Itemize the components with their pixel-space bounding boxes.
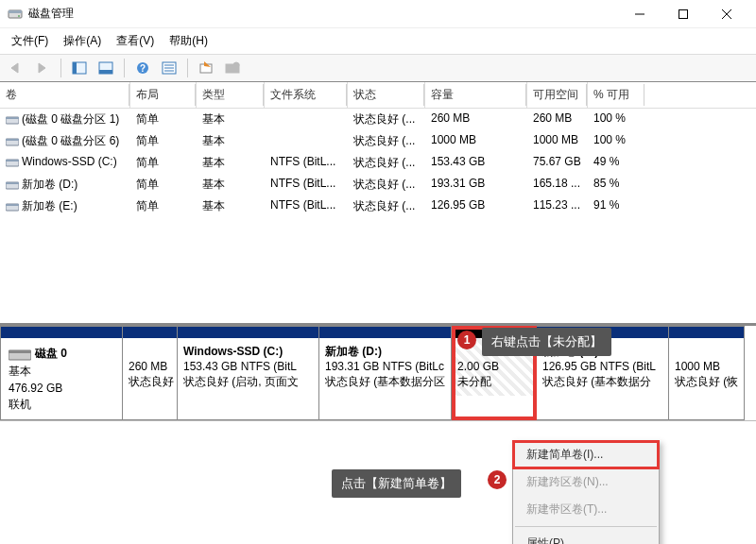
- col-filesystem[interactable]: 文件系统: [265, 82, 348, 108]
- row-volume: (磁盘 0 磁盘分区 6): [22, 134, 119, 147]
- row-layout: 简单: [130, 110, 197, 129]
- svg-point-2: [18, 15, 20, 17]
- col-free[interactable]: 可用空间: [527, 82, 588, 108]
- row-capacity: 1000 MB: [425, 131, 527, 151]
- partition[interactable]: 260 MB状态良好: [123, 326, 178, 420]
- back-button[interactable]: [6, 58, 26, 78]
- row-type: 基本: [197, 196, 265, 216]
- row-percent: 91 %: [588, 196, 644, 216]
- partition-size: 1000 MB: [675, 360, 720, 373]
- row-type: 基本: [197, 131, 265, 151]
- svg-rect-31: [9, 350, 31, 353]
- row-volume: (磁盘 0 磁盘分区 1): [22, 112, 119, 126]
- row-free: 115.23 ...: [527, 196, 588, 216]
- minimize-button[interactable]: [618, 0, 662, 28]
- row-free: 1000 MB: [527, 131, 588, 151]
- partition-status: 状态良好 (基本数据分区: [325, 375, 445, 388]
- row-capacity: 126.95 GB: [425, 196, 527, 216]
- svg-rect-29: [6, 204, 19, 206]
- svg-rect-23: [6, 139, 19, 141]
- menu-new-striped-volume: 新建带区卷(T)...: [513, 496, 659, 523]
- col-layout[interactable]: 布局: [130, 82, 197, 108]
- partition[interactable]: 1000 MB状态良好 (恢: [669, 326, 745, 420]
- action-icon[interactable]: [222, 58, 243, 78]
- svg-rect-1: [9, 10, 22, 13]
- partition-status: 未分配: [457, 375, 491, 388]
- partition-status: 状态良好 (基本数据分: [542, 375, 651, 388]
- toolbar-separator: [124, 59, 125, 77]
- row-fs: NTFS (BitL...: [265, 196, 348, 216]
- volume-icon: [6, 137, 19, 146]
- view-icon-2[interactable]: [95, 58, 116, 78]
- menu-view[interactable]: 查看(V): [111, 30, 160, 52]
- menu-file[interactable]: 文件(F): [6, 30, 54, 52]
- svg-rect-27: [6, 182, 19, 184]
- col-capacity[interactable]: 容量: [425, 82, 527, 108]
- toolbar-separator: [187, 59, 188, 77]
- col-status[interactable]: 状态: [348, 82, 425, 108]
- partition-size: 153.43 GB NTFS (BitL: [183, 360, 297, 373]
- svg-rect-8: [73, 62, 77, 74]
- menu-action[interactable]: 操作(A): [58, 30, 107, 52]
- close-button[interactable]: [705, 0, 748, 28]
- row-fs: NTFS (BitL...: [265, 153, 348, 173]
- disk-label[interactable]: 磁盘 0 基本 476.92 GB 联机: [0, 326, 123, 420]
- svg-text:?: ?: [140, 63, 146, 74]
- disk-icon: [9, 348, 31, 361]
- row-fs: [265, 131, 348, 151]
- view-icon-1[interactable]: [69, 58, 90, 78]
- volume-icon: [6, 158, 19, 167]
- col-percent[interactable]: % 可用: [588, 82, 644, 108]
- row-status: 状态良好 (...: [348, 175, 425, 195]
- row-capacity: 193.31 GB: [425, 175, 527, 195]
- volume-icon: [6, 180, 19, 190]
- row-layout: 简单: [130, 131, 197, 151]
- partition-status: 状态良好: [129, 375, 174, 388]
- menu-new-simple-volume[interactable]: 新建简单卷(I)...: [513, 441, 659, 468]
- row-status: 状态良好 (...: [348, 131, 425, 151]
- maximize-button[interactable]: [662, 0, 705, 28]
- partition[interactable]: 新加卷 (D:)193.31 GB NTFS (BitLc状态良好 (基本数据分…: [319, 326, 452, 420]
- col-volume[interactable]: 卷: [0, 82, 130, 108]
- volume-icon: [6, 115, 19, 125]
- svg-rect-25: [6, 160, 19, 162]
- svg-point-19: [233, 62, 239, 68]
- row-layout: 简单: [130, 175, 197, 195]
- volume-list[interactable]: 卷 布局 类型 文件系统 状态 容量 可用空间 % 可用 (磁盘 0 磁盘分区 …: [0, 82, 756, 326]
- row-capacity: 260 MB: [425, 110, 527, 129]
- annotation-badge-2: 2: [488, 470, 507, 489]
- volume-row[interactable]: 新加卷 (E:)简单基本NTFS (BitL...状态良好 (...126.95…: [0, 196, 756, 217]
- refresh-icon[interactable]: [196, 58, 216, 78]
- row-fs: NTFS (BitL...: [265, 175, 348, 195]
- partition-size: 260 MB: [129, 360, 167, 373]
- menubar: 文件(F) 操作(A) 查看(V) 帮助(H): [0, 28, 756, 54]
- row-status: 状态良好 (...: [348, 196, 425, 216]
- menu-help[interactable]: 帮助(H): [163, 30, 214, 52]
- partition-size: 2.00 GB: [457, 360, 499, 373]
- help-icon[interactable]: ?: [132, 58, 153, 78]
- context-menu: 新建简单卷(I)... 新建跨区卷(N)... 新建带区卷(T)... 属性(P…: [512, 440, 660, 544]
- row-type: 基本: [197, 175, 265, 195]
- volume-row[interactable]: (磁盘 0 磁盘分区 1)简单基本状态良好 (...260 MB260 MB10…: [0, 109, 756, 130]
- volume-row[interactable]: Windows-SSD (C:)简单基本NTFS (BitL...状态良好 (.…: [0, 152, 756, 174]
- row-volume: 新加卷 (D:): [22, 178, 77, 191]
- partition[interactable]: Windows-SSD (C:)153.43 GB NTFS (BitL状态良好…: [178, 326, 319, 420]
- forward-button[interactable]: [32, 58, 53, 78]
- row-percent: 85 %: [588, 175, 644, 195]
- menu-new-spanned-volume: 新建跨区卷(N)...: [513, 468, 659, 496]
- annotation-tip-1: 右键点击【未分配】: [482, 328, 611, 356]
- volume-row[interactable]: 新加卷 (D:)简单基本NTFS (BitL...状态良好 (...193.31…: [0, 174, 756, 196]
- row-percent: 49 %: [588, 153, 644, 173]
- row-type: 基本: [197, 110, 265, 129]
- row-volume: 新加卷 (E:): [22, 199, 77, 212]
- volume-row[interactable]: (磁盘 0 磁盘分区 6)简单基本状态良好 (...1000 MB1000 MB…: [0, 130, 756, 152]
- window-title: 磁盘管理: [28, 6, 618, 22]
- menu-properties[interactable]: 属性(P): [513, 530, 659, 544]
- svg-rect-4: [679, 9, 688, 18]
- col-type[interactable]: 类型: [197, 82, 265, 108]
- row-status: 状态良好 (...: [348, 110, 425, 129]
- svg-rect-21: [6, 117, 19, 119]
- titlebar: 磁盘管理: [0, 0, 756, 28]
- properties-icon[interactable]: [159, 58, 180, 78]
- toolbar: ?: [0, 54, 756, 82]
